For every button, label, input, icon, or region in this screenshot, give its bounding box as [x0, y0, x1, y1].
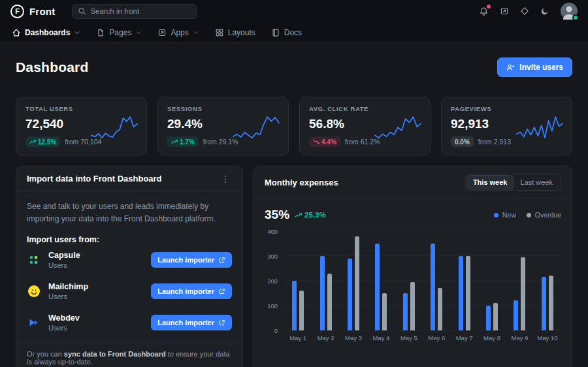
bar-overdue — [493, 303, 498, 330]
this-week-button[interactable]: This week — [466, 176, 514, 189]
chart-plot — [284, 231, 561, 330]
kebab-menu-icon[interactable]: ⋮ — [219, 174, 232, 184]
bar-group — [478, 231, 506, 330]
global-search — [72, 4, 197, 19]
stat-label: TOTAL USERS — [25, 105, 137, 112]
import-row-webdev: Webdev Users Launch importer — [27, 307, 232, 338]
x-axis-label: May 9 — [506, 334, 533, 342]
dark-mode-moon-icon[interactable] — [540, 7, 549, 16]
bar-group — [395, 231, 423, 330]
chart-y-axis: 0100200300400 — [265, 231, 284, 330]
capsule-icon — [27, 254, 41, 266]
apps-gem-icon[interactable] — [520, 7, 529, 16]
legend-item-overdue[interactable]: Overdue — [527, 211, 561, 219]
bar-new — [542, 277, 546, 330]
nav-item-apps[interactable]: Apps — [157, 28, 199, 37]
nav-item-layouts[interactable]: Layouts — [215, 28, 255, 37]
nav-item-pages[interactable]: Pages — [96, 28, 142, 37]
launch-importer-button[interactable]: Launch importer — [151, 252, 232, 268]
bar-group — [340, 231, 367, 330]
brand-name: Front — [29, 6, 55, 17]
bar-group — [284, 231, 312, 330]
bar-overdue — [466, 256, 470, 330]
x-axis-label: May 8 — [478, 334, 506, 342]
stat-card-sessions: SESSIONS 29.4% 1.7% from 29.1% — [157, 97, 289, 155]
mailchimp-icon — [27, 285, 41, 298]
stat-compare: from 2,913 — [478, 138, 511, 146]
x-axis-label: May 10 — [534, 334, 561, 342]
bar-overdue — [410, 282, 415, 330]
expenses-delta: 25.3% — [295, 211, 326, 219]
bar-new — [403, 293, 408, 330]
trend-down-icon — [313, 138, 319, 145]
bar-group — [423, 231, 450, 330]
legend-item-new[interactable]: New — [494, 211, 516, 219]
invite-users-label: Invite users — [519, 63, 563, 72]
y-tick-label: 400 — [267, 228, 278, 235]
x-axis-label: May 4 — [367, 334, 395, 342]
x-axis-label: May 1 — [284, 334, 312, 342]
x-axis-label: May 2 — [312, 334, 339, 342]
launch-importer-button[interactable]: Launch importer — [151, 315, 232, 330]
bar-new — [320, 256, 325, 330]
chevron-down-icon — [74, 29, 80, 36]
shortcuts-icon[interactable] — [500, 7, 509, 16]
stat-card-total-users: TOTAL USERS 72,540 12.5% from 70,104 — [16, 97, 147, 155]
trend-up-icon — [171, 138, 178, 145]
external-link-icon — [218, 257, 225, 264]
chart-legend: NewOverdue — [494, 211, 561, 219]
legend-dot — [527, 213, 531, 217]
page-header: Dashboard Invite users — [16, 57, 572, 77]
user-avatar[interactable] — [561, 3, 578, 20]
nav-item-docs[interactable]: Docs — [271, 28, 302, 37]
trend-up-icon — [29, 138, 36, 145]
chart-bars — [284, 231, 561, 330]
bar-group — [450, 231, 478, 330]
bar-new — [375, 244, 380, 330]
graph-up-icon — [295, 212, 302, 219]
stat-delta-badge: 0.0% — [451, 136, 474, 147]
import-card-footer: Or you can sync data to Front Dashboard … — [16, 342, 242, 367]
last-week-button[interactable]: Last week — [514, 176, 559, 189]
top-bar: F Front — [0, 0, 588, 22]
page-content: Dashboard Invite users TOTAL USERS 72,54… — [0, 57, 588, 367]
brand[interactable]: F Front — [10, 5, 55, 18]
y-tick-label: 100 — [267, 302, 278, 310]
bar-overdue — [299, 291, 304, 330]
main-nav: Dashboards Pages Apps Layouts Docs — [0, 22, 588, 43]
bar-overdue — [438, 288, 442, 330]
box-arrow-icon — [157, 28, 167, 37]
front-logo-icon: F — [10, 5, 24, 18]
import-row-capsule: Capsule Users Launch importer — [27, 244, 232, 276]
grid-icon — [215, 28, 224, 37]
online-status-dot — [572, 14, 579, 21]
sparkline-chart — [515, 116, 564, 139]
card-title: Monthly expenses — [265, 178, 338, 187]
chart-x-labels: May 1May 2May 3May 4May 5May 6May 7May 8… — [284, 334, 561, 342]
chevron-down-icon — [193, 29, 199, 36]
notifications-bell-icon[interactable] — [479, 7, 489, 16]
y-tick-label: 0 — [274, 327, 278, 334]
search-input[interactable] — [72, 4, 197, 19]
invite-users-button[interactable]: Invite users — [497, 57, 572, 77]
nav-item-dashboards[interactable]: Dashboards — [12, 28, 80, 37]
bar-group — [367, 231, 395, 330]
monthly-expenses-card: Monthly expenses This week Last week 35%… — [253, 166, 572, 367]
import-source-type: Users — [48, 261, 80, 269]
x-axis-label: May 6 — [423, 334, 450, 342]
x-axis-label: May 7 — [450, 334, 478, 342]
x-axis-label: May 3 — [340, 334, 367, 342]
import-source-type: Users — [48, 293, 88, 300]
week-toggle: This week Last week — [465, 174, 561, 191]
y-tick-label: 200 — [267, 278, 278, 285]
bar-new — [514, 300, 518, 330]
launch-importer-button[interactable]: Launch importer — [151, 283, 232, 299]
nav-label: Layouts — [228, 28, 255, 37]
nav-label: Apps — [171, 28, 188, 37]
import-source-name: Capsule — [48, 251, 80, 260]
stat-card-avg-click-rate: AVG. CLICK RATE 56.8% 4.4% from 61.2% — [299, 97, 431, 155]
sparkline-chart — [374, 116, 422, 139]
legend-dot — [494, 213, 498, 217]
import-subtitle: Import users from: — [27, 235, 232, 244]
stat-delta-badge: 12.5% — [25, 136, 60, 147]
